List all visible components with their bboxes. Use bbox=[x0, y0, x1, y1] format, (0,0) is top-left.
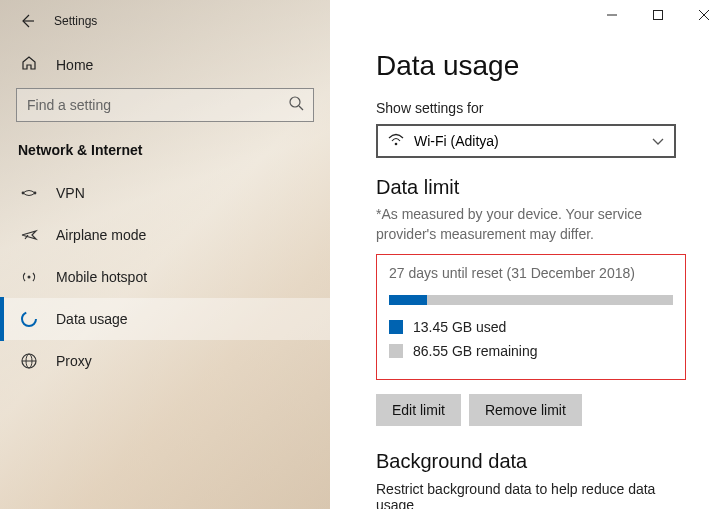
main-content: Data usage Show settings for Wi-Fi (Adit… bbox=[330, 0, 727, 509]
sidebar-item-data-usage[interactable]: Data usage bbox=[0, 298, 330, 340]
vpn-icon bbox=[20, 184, 38, 202]
home-icon bbox=[20, 54, 38, 76]
hotspot-icon bbox=[20, 268, 38, 286]
back-button[interactable] bbox=[18, 12, 36, 30]
home-label: Home bbox=[56, 57, 93, 73]
search-input[interactable] bbox=[16, 88, 314, 122]
sidebar-item-label: Airplane mode bbox=[56, 227, 146, 243]
network-selected-value: Wi-Fi (Aditya) bbox=[414, 133, 499, 149]
data-limit-note: *As measured by your device. Your servic… bbox=[376, 205, 697, 244]
svg-point-14 bbox=[395, 142, 398, 145]
data-limit-box: 27 days until reset (31 December 2018) 1… bbox=[376, 254, 686, 380]
sidebar-item-airplane[interactable]: Airplane mode bbox=[0, 214, 330, 256]
search-icon bbox=[288, 95, 304, 115]
section-heading: Network & Internet bbox=[0, 136, 330, 172]
network-select[interactable]: Wi-Fi (Aditya) bbox=[376, 124, 676, 158]
sidebar-item-label: Data usage bbox=[56, 311, 128, 327]
remaining-swatch bbox=[389, 344, 403, 358]
reset-info: 27 days until reset (31 December 2018) bbox=[389, 265, 673, 281]
sidebar-item-label: Proxy bbox=[56, 353, 92, 369]
usage-bar-fill bbox=[389, 295, 427, 305]
sidebar: Settings Home Network & Internet VPN bbox=[0, 0, 330, 509]
close-button[interactable] bbox=[681, 0, 727, 30]
maximize-button[interactable] bbox=[635, 0, 681, 30]
wifi-icon bbox=[388, 133, 404, 150]
sidebar-item-label: VPN bbox=[56, 185, 85, 201]
used-swatch bbox=[389, 320, 403, 334]
app-title: Settings bbox=[54, 14, 97, 28]
remaining-value: 86.55 GB remaining bbox=[413, 343, 538, 359]
home-nav[interactable]: Home bbox=[0, 44, 330, 86]
proxy-icon bbox=[20, 352, 38, 370]
svg-point-5 bbox=[290, 97, 300, 107]
svg-rect-1 bbox=[654, 11, 663, 20]
sidebar-item-vpn[interactable]: VPN bbox=[0, 172, 330, 214]
data-usage-icon bbox=[20, 310, 38, 328]
svg-point-9 bbox=[28, 276, 31, 279]
remove-limit-button[interactable]: Remove limit bbox=[469, 394, 582, 426]
background-data-text: Restrict background data to help reduce … bbox=[376, 481, 697, 509]
sidebar-item-hotspot[interactable]: Mobile hotspot bbox=[0, 256, 330, 298]
show-settings-label: Show settings for bbox=[376, 100, 697, 116]
svg-line-6 bbox=[299, 106, 303, 110]
sidebar-item-proxy[interactable]: Proxy bbox=[0, 340, 330, 382]
chevron-down-icon bbox=[652, 132, 664, 150]
svg-point-10 bbox=[22, 312, 36, 326]
page-title: Data usage bbox=[376, 50, 697, 82]
legend-used: 13.45 GB used bbox=[389, 319, 673, 335]
usage-bar bbox=[389, 295, 673, 305]
edit-limit-button[interactable]: Edit limit bbox=[376, 394, 461, 426]
minimize-button[interactable] bbox=[589, 0, 635, 30]
legend-remaining: 86.55 GB remaining bbox=[389, 343, 673, 359]
airplane-icon bbox=[20, 226, 38, 244]
data-limit-heading: Data limit bbox=[376, 176, 697, 199]
used-value: 13.45 GB used bbox=[413, 319, 506, 335]
background-data-heading: Background data bbox=[376, 450, 697, 473]
sidebar-item-label: Mobile hotspot bbox=[56, 269, 147, 285]
